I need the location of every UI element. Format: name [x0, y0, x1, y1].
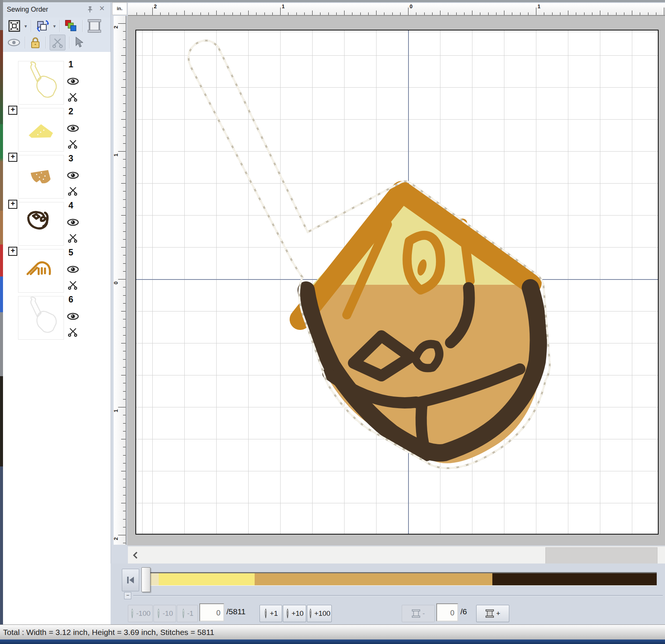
item-thumbnail[interactable]: [18, 61, 64, 105]
horizontal-ruler: 21012: [128, 3, 665, 16]
item-visibility-eye-icon[interactable]: [67, 125, 80, 133]
ruler-tick: [121, 183, 126, 184]
ruler-tick: [121, 119, 126, 120]
ruler-tick: [123, 287, 126, 287]
horizontal-scrollbar[interactable]: [128, 546, 665, 564]
item-scissors-icon[interactable]: [68, 139, 78, 149]
expand-toggle[interactable]: +: [8, 106, 17, 115]
ruler-tick: [123, 39, 126, 40]
status-bar: Total : Width = 3.12 inch, Height = 3.69…: [0, 624, 665, 639]
item-visibility-eye-icon[interactable]: [67, 77, 80, 86]
toolbar-separator: [59, 20, 60, 32]
ruler-tick: [123, 127, 126, 128]
stitch-order-button[interactable]: [35, 18, 51, 34]
ruler-tick: [472, 11, 472, 15]
player-divider: [133, 595, 663, 596]
item-thumbnail[interactable]: [18, 249, 64, 293]
scrollbar-thumb[interactable]: [545, 547, 657, 564]
design-canvas[interactable]: [135, 30, 659, 535]
fit-design-dropdown[interactable]: ▾: [24, 23, 27, 29]
stitch-forward-100-button[interactable]: +100: [307, 605, 332, 622]
ruler-tick: [616, 12, 616, 15]
item-visibility-eye-icon[interactable]: [67, 313, 80, 321]
ruler-unit-box: in.: [112, 2, 127, 15]
expand-toggle[interactable]: +: [8, 247, 17, 256]
eye-icon[interactable]: [7, 38, 21, 47]
stitch-back-1-button[interactable]: -1: [177, 605, 198, 622]
ruler-number: 2: [154, 3, 157, 9]
ruler-tick: [488, 12, 489, 15]
slider-color-segment[interactable]: [492, 573, 657, 585]
embroidery-design[interactable]: [136, 30, 658, 534]
application-window: Sewing Order × ▾: [0, 0, 665, 644]
item-thumbnail[interactable]: [18, 202, 64, 246]
panel-title: Sewing Order: [7, 6, 48, 14]
item-scissors-icon[interactable]: [68, 92, 78, 102]
pointer-icon[interactable]: [73, 36, 84, 49]
slider-color-segment[interactable]: [159, 573, 255, 585]
ruler-tick: [152, 8, 153, 15]
ruler-tick: [536, 8, 536, 15]
sewing-order-item: +2: [3, 106, 111, 152]
panel-header: Sewing Order ×: [3, 2, 111, 17]
ruler-tick: [264, 12, 265, 15]
ruler-tick: [123, 495, 126, 495]
item-thumbnail[interactable]: [18, 155, 64, 199]
color-sort-button[interactable]: [64, 18, 79, 33]
item-visibility-eye-icon[interactable]: [67, 172, 80, 180]
ruler-tick: [123, 103, 126, 104]
stitch-back-10-button[interactable]: -10: [153, 605, 176, 622]
ruler-tick: [123, 223, 126, 223]
scroll-left-arrow-icon[interactable]: [128, 547, 143, 564]
ruler-tick: [640, 12, 640, 15]
sewing-order-list: 1+2+3+4+56: [3, 52, 111, 625]
collapse-player-toggle[interactable]: −: [124, 592, 131, 599]
ruler-tick: [123, 31, 126, 32]
ruler-tick: [352, 12, 352, 15]
item-scissors-icon[interactable]: [68, 327, 78, 337]
color-forward-button[interactable]: +: [476, 605, 509, 622]
ruler-tick: [123, 519, 126, 519]
color-back-button[interactable]: -: [402, 605, 435, 622]
sewing-order-item: +5: [3, 247, 111, 293]
pin-icon[interactable]: [86, 6, 94, 14]
panel-toolbar: ▾ ▾: [3, 17, 111, 52]
item-scissors-icon[interactable]: [68, 233, 78, 243]
item-visibility-eye-icon[interactable]: [67, 266, 80, 274]
ruler-tick: [121, 55, 126, 56]
fit-design-button[interactable]: [7, 18, 22, 33]
scissors-icon[interactable]: [50, 35, 65, 50]
close-icon[interactable]: ×: [98, 4, 106, 13]
item-thumbnail[interactable]: [18, 296, 64, 340]
ruler-tick: [480, 12, 480, 15]
stitch-slider-thumb[interactable]: [141, 567, 150, 592]
color-position-input[interactable]: 0: [436, 603, 458, 621]
stitch-order-dropdown[interactable]: ▾: [53, 23, 56, 29]
slider-color-segment[interactable]: [255, 573, 492, 585]
item-number: 2: [68, 106, 73, 117]
ruler-tick: [512, 12, 512, 15]
stitch-position-input[interactable]: 0: [199, 603, 224, 621]
stitch-forward-1-button[interactable]: +1: [260, 605, 282, 622]
stitch-forward-10-button[interactable]: +10: [283, 605, 306, 622]
padlock-icon[interactable]: [29, 35, 42, 50]
item-thumbnail[interactable]: [18, 108, 64, 152]
skip-to-start-button[interactable]: [122, 569, 139, 591]
ruler-tick: [216, 11, 217, 15]
stitch-back-100-button[interactable]: -100: [128, 605, 153, 622]
ruler-tick: [118, 535, 126, 535]
item-scissors-icon[interactable]: [68, 280, 78, 290]
expand-toggle[interactable]: +: [8, 153, 17, 162]
ruler-tick: [648, 12, 648, 15]
expand-toggle[interactable]: +: [8, 200, 17, 209]
ruler-tick: [592, 12, 592, 15]
ruler-tick: [123, 543, 126, 543]
ruler-tick: [123, 295, 126, 296]
slider-color-segment[interactable]: [150, 573, 159, 585]
item-visibility-eye-icon[interactable]: [67, 219, 80, 227]
sewing-order-item: 1: [3, 59, 111, 105]
item-scissors-icon[interactable]: [68, 186, 78, 196]
ruler-tick: [123, 447, 126, 447]
stitch-color-slider-track[interactable]: [150, 572, 657, 586]
hoop-button[interactable]: [87, 18, 102, 33]
